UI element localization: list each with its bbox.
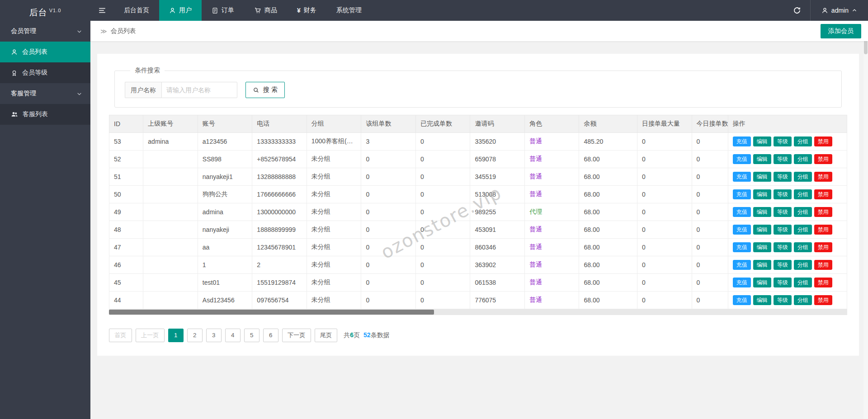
main-content: ≫ 会员列表 添加会员 条件搜索 用户名称 搜 索: [90, 21, 868, 419]
level-button[interactable]: 等级: [774, 172, 792, 182]
edit-button[interactable]: 编辑: [753, 189, 771, 200]
page-4-button[interactable]: 4: [225, 329, 241, 342]
edit-button[interactable]: 编辑: [753, 242, 771, 253]
sidebar-item-service-list[interactable]: 客服列表: [0, 104, 90, 125]
disable-button[interactable]: 禁用: [814, 225, 832, 235]
level-button[interactable]: 等级: [774, 154, 792, 165]
search-icon: [253, 87, 259, 94]
page-1-button[interactable]: 1: [168, 329, 184, 342]
member-table: ID上级账号账号电话分组该组单数已完成单数邀请码角色余额日接单最大量今日接单数操…: [109, 115, 847, 315]
recharge-button[interactable]: 充值: [733, 207, 751, 217]
refresh-button[interactable]: [784, 0, 811, 21]
group-button[interactable]: 分组: [794, 207, 812, 217]
disable-button[interactable]: 禁用: [814, 242, 832, 253]
nav-item-orders[interactable]: 订单: [202, 0, 244, 21]
cell-today-orders: 0: [692, 203, 728, 221]
medal-icon: [11, 70, 18, 76]
sidebar-item-member-list[interactable]: 会员列表: [0, 42, 90, 62]
recharge-button[interactable]: 充值: [733, 260, 751, 270]
cell-id: 53: [109, 133, 143, 151]
edit-button[interactable]: 编辑: [753, 154, 771, 165]
cell-role: 普通: [524, 186, 579, 203]
group-button[interactable]: 分组: [794, 225, 812, 235]
disable-button[interactable]: 禁用: [814, 207, 832, 217]
group-button[interactable]: 分组: [794, 154, 812, 165]
refresh-icon: [793, 6, 801, 14]
member-list-card: 条件搜索 用户名称 搜 索: [97, 54, 859, 356]
level-button[interactable]: 等级: [774, 295, 792, 306]
level-button[interactable]: 等级: [774, 189, 792, 200]
group-button[interactable]: 分组: [794, 260, 812, 270]
disable-button[interactable]: 禁用: [814, 278, 832, 288]
disable-button[interactable]: 禁用: [814, 189, 832, 200]
cell-invite-code: 363902: [470, 256, 525, 274]
disable-button[interactable]: 禁用: [814, 172, 832, 182]
group-button[interactable]: 分组: [794, 242, 812, 253]
disable-button[interactable]: 禁用: [814, 295, 832, 306]
recharge-button[interactable]: 充值: [733, 242, 751, 253]
nav-item-users[interactable]: 用户: [159, 0, 202, 21]
edit-button[interactable]: 编辑: [753, 278, 771, 288]
cell-group: 未分组: [307, 239, 361, 256]
group-button[interactable]: 分组: [794, 295, 812, 306]
page-last-button[interactable]: 尾页: [315, 329, 338, 342]
disable-button[interactable]: 禁用: [814, 260, 832, 270]
sidebar-item-member-level[interactable]: 会员等级: [0, 62, 90, 83]
edit-button[interactable]: 编辑: [753, 295, 771, 306]
group-button[interactable]: 分组: [794, 137, 812, 147]
page-6-button[interactable]: 6: [263, 329, 278, 342]
nav-item-goods[interactable]: 商品: [244, 0, 287, 21]
page-3-button[interactable]: 3: [206, 329, 222, 342]
recharge-button[interactable]: 充值: [733, 189, 751, 200]
edit-button[interactable]: 编辑: [753, 225, 771, 235]
level-button[interactable]: 等级: [774, 278, 792, 288]
disable-button[interactable]: 禁用: [814, 137, 832, 147]
group-button[interactable]: 分组: [794, 172, 812, 182]
recharge-button[interactable]: 充值: [733, 154, 751, 165]
nav-item-home[interactable]: 后台首页: [114, 0, 159, 21]
level-button[interactable]: 等级: [774, 137, 792, 147]
recharge-button[interactable]: 充值: [733, 295, 751, 306]
group-button[interactable]: 分组: [794, 189, 812, 200]
nav-item-system[interactable]: 系统管理: [326, 0, 372, 21]
page-next-button[interactable]: 下一页: [282, 329, 311, 342]
cell-balance: 68.00: [579, 256, 637, 274]
page-2-button[interactable]: 2: [187, 329, 203, 342]
page-first-button: 首页: [109, 329, 132, 342]
user-menu[interactable]: admin: [811, 0, 868, 21]
vertical-scrollbar[interactable]: [863, 21, 868, 419]
username-input[interactable]: [161, 82, 237, 98]
sidebar-group-service-management[interactable]: 客服管理: [0, 83, 90, 104]
search-button-label: 搜 索: [263, 86, 278, 94]
edit-button[interactable]: 编辑: [753, 172, 771, 182]
member-row: 53adminaa123456133333333331000养客组(多...30…: [109, 133, 847, 151]
level-button[interactable]: 等级: [774, 225, 792, 235]
horizontal-scrollbar-thumb[interactable]: [109, 310, 434, 315]
sidebar-toggle-button[interactable]: [90, 0, 114, 21]
search-button[interactable]: 搜 索: [245, 82, 285, 98]
add-member-button[interactable]: 添加会员: [821, 24, 861, 38]
level-button[interactable]: 等级: [774, 242, 792, 253]
group-button[interactable]: 分组: [794, 278, 812, 288]
recharge-button[interactable]: 充值: [733, 172, 751, 182]
sidebar-group-member-management[interactable]: 会员管理: [0, 21, 90, 42]
member-row: 50狗狗公共17666666666未分组00513008普通68.0000充值编…: [109, 186, 847, 203]
horizontal-scrollbar[interactable]: [109, 309, 847, 315]
sidebar-group-label: 客服管理: [11, 89, 36, 98]
cell-group-orders: 0: [361, 221, 416, 239]
recharge-button[interactable]: 充值: [733, 137, 751, 147]
recharge-button[interactable]: 充值: [733, 278, 751, 288]
edit-button[interactable]: 编辑: [753, 137, 771, 147]
edit-button[interactable]: 编辑: [753, 207, 771, 217]
page-5-button[interactable]: 5: [244, 329, 259, 342]
recharge-button[interactable]: 充值: [733, 225, 751, 235]
level-button[interactable]: 等级: [774, 260, 792, 270]
disable-button[interactable]: 禁用: [814, 154, 832, 165]
edit-button[interactable]: 编辑: [753, 260, 771, 270]
username-field-label: 用户名称: [125, 82, 161, 98]
cell-today-orders: 0: [692, 221, 728, 239]
level-button[interactable]: 等级: [774, 207, 792, 217]
cell-group-orders: 0: [361, 168, 416, 186]
nav-item-finance[interactable]: ¥财务: [287, 0, 326, 21]
column-header: 日接单最大量: [637, 115, 692, 133]
